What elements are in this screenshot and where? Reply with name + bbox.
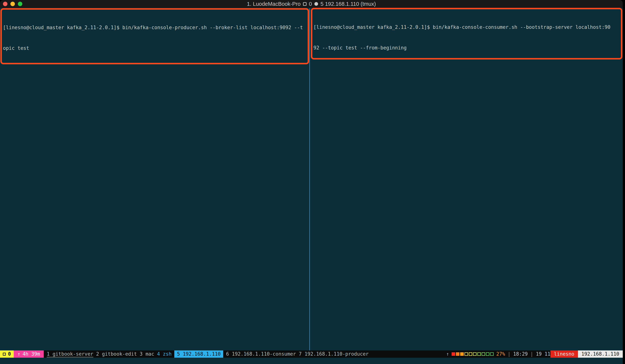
tmux-window-2[interactable]: 2 gitbook-edit (96, 350, 137, 358)
battery-block (486, 352, 489, 356)
user-badge: linesno (550, 350, 578, 358)
battery-block (465, 352, 468, 356)
separator: | (530, 350, 533, 358)
battery-block (469, 352, 472, 356)
window-title: 1. LuodeMacBook-Pro 0 5 192.168.1.110 (t… (247, 1, 376, 7)
terminal-line: [linesno@cloud_master kafka_2.11-2.0.1]$… (3, 24, 307, 31)
terminal-line: 92 --topic test --from-beginning (313, 44, 620, 51)
window-pane-icon (303, 2, 307, 6)
zoom-button[interactable] (18, 2, 22, 6)
statusbar-right: ↑ 27% | 18:29 | 19 11 (446, 350, 550, 358)
uptime-value: 4h 39m (23, 350, 40, 358)
uptime-badge: ↑ 4h 39m (14, 350, 44, 358)
battery-block (482, 352, 485, 356)
flag-badge: 0 (0, 350, 14, 358)
host-badge: 192.168.1.110 (578, 350, 623, 358)
producer-pane[interactable]: [linesno@cloud_master kafka_2.11-2.0.1]$… (0, 8, 309, 64)
session-label: 5 192.168.1.110 (tmux) (320, 1, 376, 7)
close-button[interactable] (3, 2, 7, 6)
battery-arrow-icon: ↑ (446, 350, 449, 358)
terminal-window: 1. LuodeMacBook-Pro 0 5 192.168.1.110 (t… (0, 0, 623, 364)
tmux-statusbar: 0 ↑ 4h 39m 1 gitbook-server 2 gitbook-ed… (0, 350, 623, 358)
battery-block (473, 352, 477, 356)
tmux-window-3[interactable]: 3 mac (140, 350, 154, 358)
terminal-line: opic test (3, 45, 307, 52)
tmux-window-6[interactable]: 6 192.168.1.110-consumer (226, 350, 296, 358)
tmux-window-1[interactable]: 1 gitbook-server (47, 350, 93, 358)
terminal-content: [linesno@cloud_master kafka_2.11-2.0.1]$… (0, 8, 623, 364)
consumer-pane[interactable]: [linesno@cloud_master kafka_2.11-2.0.1]$… (311, 8, 623, 60)
battery-block (460, 352, 464, 356)
date: 19 11 (536, 350, 550, 358)
battery-block (452, 352, 455, 356)
tmux-window-list: 1 gitbook-server 2 gitbook-edit 3 mac 4 … (47, 350, 369, 358)
clock: 18:29 (513, 350, 528, 358)
statusbar-spacer (369, 350, 446, 358)
title-text: 1. LuodeMacBook-Pro (247, 1, 301, 7)
titlebar: 1. LuodeMacBook-Pro 0 5 192.168.1.110 (t… (0, 0, 623, 8)
battery-block (490, 352, 494, 356)
terminal-line: [linesno@cloud_master kafka_2.11-2.0.1]$… (313, 24, 620, 31)
uptime-arrow-icon: ↑ (17, 350, 20, 358)
separator: | (508, 350, 511, 358)
minimize-button[interactable] (10, 2, 15, 6)
pane-divider[interactable] (309, 8, 310, 351)
tmux-window-4[interactable]: 4 zsh (157, 350, 172, 358)
tmux-window-7[interactable]: 7 192.168.1.110-producer (299, 350, 369, 358)
traffic-lights (3, 0, 22, 8)
window-count: 0 (309, 1, 312, 7)
flag-count: 0 (8, 350, 11, 358)
battery-block (456, 352, 459, 356)
window-flag-icon (3, 353, 6, 356)
tmux-window-5-active[interactable]: 5 192.168.1.110 (174, 350, 223, 358)
session-dot-icon (314, 2, 318, 6)
battery-meter (452, 352, 494, 356)
battery-block (477, 352, 481, 356)
battery-percent: 27% (496, 350, 505, 358)
